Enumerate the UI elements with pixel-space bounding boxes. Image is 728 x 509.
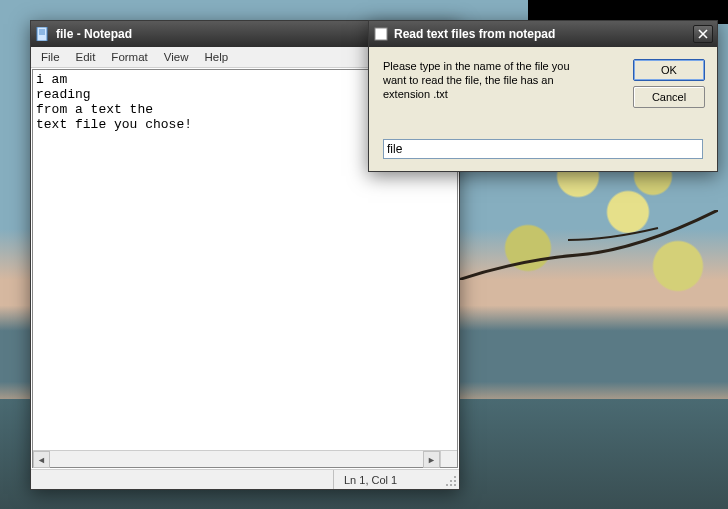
svg-point-4 bbox=[454, 476, 456, 478]
dialog-close-button[interactable] bbox=[693, 25, 713, 43]
scrollbar-horizontal[interactable]: ◄ ► bbox=[33, 450, 440, 467]
svg-point-5 bbox=[450, 480, 452, 482]
svg-point-6 bbox=[454, 480, 456, 482]
statusbar: Ln 1, Col 1 bbox=[31, 469, 459, 489]
ok-button[interactable]: OK bbox=[633, 59, 705, 81]
scrollbar-corner bbox=[440, 450, 457, 467]
notepad-icon bbox=[35, 26, 51, 42]
menu-view[interactable]: View bbox=[156, 49, 197, 65]
svg-point-9 bbox=[454, 484, 456, 486]
menu-file[interactable]: File bbox=[33, 49, 68, 65]
close-icon bbox=[698, 29, 708, 39]
scroll-track[interactable] bbox=[50, 451, 423, 467]
svg-rect-10 bbox=[375, 28, 387, 40]
resize-grip[interactable] bbox=[443, 470, 459, 489]
filename-input[interactable] bbox=[383, 139, 703, 159]
dialog-title: Read text files from notepad bbox=[394, 27, 693, 41]
cancel-button[interactable]: Cancel bbox=[633, 86, 705, 108]
menu-edit[interactable]: Edit bbox=[68, 49, 104, 65]
input-dialog: Read text files from notepad Please type… bbox=[368, 20, 718, 172]
dialog-titlebar[interactable]: Read text files from notepad bbox=[369, 21, 717, 47]
menu-help[interactable]: Help bbox=[197, 49, 237, 65]
dialog-prompt: Please type in the name of the file you … bbox=[383, 59, 593, 101]
status-cursor-pos: Ln 1, Col 1 bbox=[333, 470, 443, 489]
scroll-left-button[interactable]: ◄ bbox=[33, 451, 50, 468]
scroll-right-button[interactable]: ► bbox=[423, 451, 440, 468]
svg-point-8 bbox=[450, 484, 452, 486]
dialog-app-icon bbox=[373, 26, 389, 42]
menu-format[interactable]: Format bbox=[103, 49, 155, 65]
svg-point-7 bbox=[446, 484, 448, 486]
dialog-body: Please type in the name of the file you … bbox=[369, 47, 717, 171]
